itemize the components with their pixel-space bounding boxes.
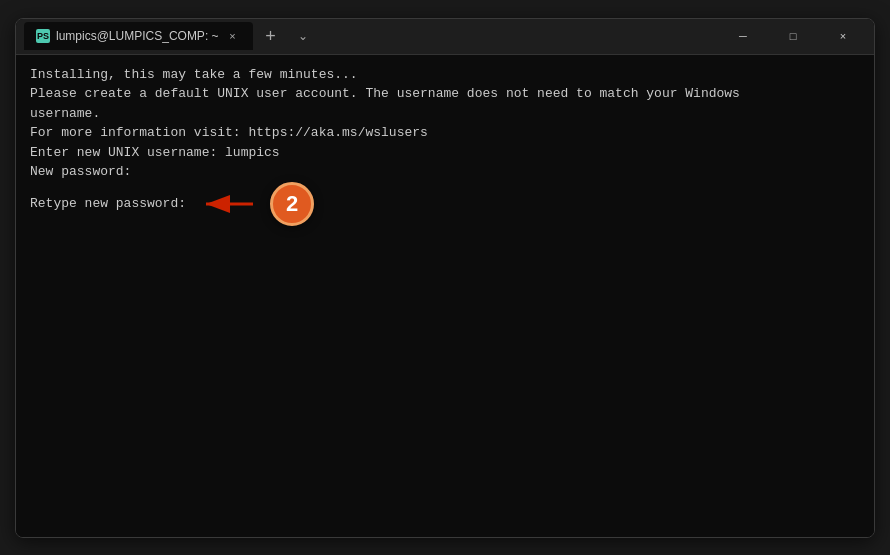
minimize-button[interactable]: ─ — [720, 22, 766, 50]
terminal-window: PS lumpics@LUMPICS_COMP: ~ × + ⌄ ─ □ × I… — [15, 18, 875, 538]
maximize-button[interactable]: □ — [770, 22, 816, 50]
window-controls: ─ □ × — [720, 22, 866, 50]
tab-icon: PS — [36, 29, 50, 43]
terminal-line-2: Please create a default UNIX user accoun… — [30, 84, 860, 104]
arrow-icon — [198, 192, 258, 216]
titlebar: PS lumpics@LUMPICS_COMP: ~ × + ⌄ ─ □ × — [16, 19, 874, 55]
tab-title: lumpics@LUMPICS_COMP: ~ — [56, 29, 219, 43]
tab-area: PS lumpics@LUMPICS_COMP: ~ × + ⌄ — [24, 22, 712, 50]
terminal-line-7: Retype new password: — [30, 194, 186, 214]
new-tab-button[interactable]: + — [257, 22, 285, 50]
terminal-line-5: Enter new UNIX username: lumpics — [30, 143, 860, 163]
close-window-button[interactable]: × — [820, 22, 866, 50]
terminal-line-3: username. — [30, 104, 860, 124]
terminal-tab[interactable]: PS lumpics@LUMPICS_COMP: ~ × — [24, 22, 253, 50]
terminal-line-4: For more information visit: https://aka.… — [30, 123, 860, 143]
dropdown-button[interactable]: ⌄ — [289, 22, 317, 50]
tab-close-button[interactable]: × — [225, 28, 241, 44]
terminal-line-1: Installing, this may take a few minutes.… — [30, 65, 860, 85]
step-badge: 2 — [270, 182, 314, 226]
terminal-line-6: New password: — [30, 162, 860, 182]
terminal-body[interactable]: Installing, this may take a few minutes.… — [16, 55, 874, 537]
